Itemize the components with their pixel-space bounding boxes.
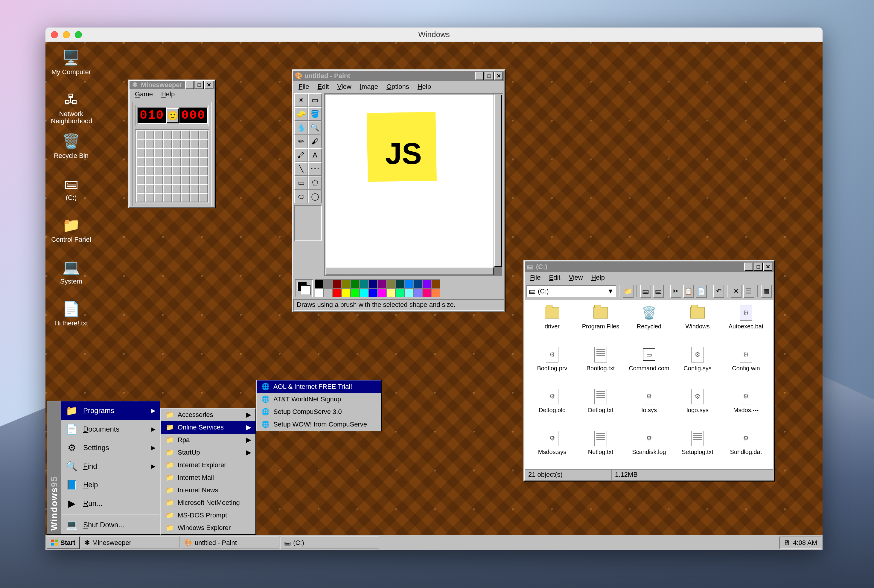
menu-options[interactable]: Options [382, 82, 413, 92]
minesweeper-cell[interactable] [154, 193, 163, 202]
programs-item[interactable]: 📁Accessories▶ [161, 408, 255, 421]
minesweeper-cell[interactable] [136, 140, 145, 148]
paint-tool[interactable]: ▭ [294, 176, 308, 190]
minesweeper-cell[interactable] [190, 148, 199, 158]
file-list[interactable]: driverProgram Files🗑️RecycledWindowsAuto… [525, 300, 774, 469]
start-item-programs[interactable]: 📁Programs▶ [61, 401, 160, 420]
palette-color[interactable] [405, 288, 413, 297]
minesweeper-cell[interactable] [190, 140, 199, 148]
maximize-button[interactable]: □ [754, 262, 763, 271]
win95-desktop[interactable]: 🖥️My Computer🖧Network Neighborhood🗑️Recy… [45, 42, 823, 550]
start-item-documents[interactable]: 📄Documents▶ [61, 420, 160, 438]
file-item[interactable]: Io.sys [626, 388, 672, 427]
minesweeper-cell[interactable] [181, 158, 190, 166]
start-button[interactable]: Start [46, 537, 79, 549]
file-item[interactable]: ▭Command.com [626, 346, 672, 385]
minesweeper-cell[interactable] [190, 130, 199, 140]
close-button[interactable]: ✕ [763, 262, 772, 271]
minesweeper-titlebar[interactable]: ✱ Minesweeper _ □ ✕ [129, 81, 214, 89]
palette-color[interactable] [351, 288, 360, 297]
minesweeper-cell[interactable] [145, 193, 154, 202]
minesweeper-cell[interactable] [154, 175, 163, 184]
view-large-button[interactable]: ▦ [761, 285, 772, 298]
minesweeper-grid[interactable] [136, 130, 208, 202]
palette-color[interactable] [369, 279, 378, 288]
minesweeper-cell[interactable] [172, 193, 181, 202]
minimize-button[interactable]: _ [744, 262, 753, 271]
minesweeper-cell[interactable] [136, 158, 145, 166]
file-item[interactable]: Bootlog.prv [529, 346, 575, 385]
file-item[interactable]: Setuplog.txt [675, 430, 720, 469]
minesweeper-window[interactable]: ✱ Minesweeper _ □ ✕ Game Help 010 [128, 80, 216, 208]
file-item[interactable]: Msdos.--- [723, 388, 769, 427]
palette-color[interactable] [342, 279, 351, 288]
online-service-item[interactable]: 🌐Setup CompuServe 3.0 [256, 405, 381, 418]
minesweeper-cell[interactable] [154, 130, 163, 140]
maximize-button[interactable]: □ [484, 72, 493, 80]
menu-view[interactable]: View [333, 82, 355, 92]
mac-minimize-button[interactable] [63, 31, 70, 38]
close-button[interactable]: ✕ [494, 72, 503, 80]
minesweeper-cell[interactable] [172, 166, 181, 175]
taskbar-task[interactable]: 🎨untitled - Paint [181, 537, 279, 549]
file-item[interactable]: Netlog.txt [578, 430, 623, 469]
palette-color[interactable] [324, 279, 333, 288]
palette-color[interactable] [422, 279, 431, 288]
paint-tool[interactable]: 💧 [294, 121, 308, 135]
explorer-window[interactable]: 🖴 (C:) _ □ ✕ FileEditViewHelp 🖴 (C:)▼ 📁 … [523, 260, 775, 482]
file-item[interactable]: logo.sys [675, 388, 720, 427]
minesweeper-cell[interactable] [163, 158, 172, 166]
start-item-help[interactable]: 📘Help [61, 476, 160, 494]
minesweeper-cell[interactable] [163, 130, 172, 140]
minesweeper-cell[interactable] [154, 140, 163, 148]
desktop-icon--c-[interactable]: 🖴(C:) [50, 174, 92, 202]
palette-color[interactable] [315, 279, 324, 288]
start-menu[interactable]: Windows95 📁Programs▶📄Documents▶⚙Settings… [46, 401, 160, 535]
minesweeper-cell[interactable] [190, 158, 199, 166]
cut-button[interactable]: ✂ [670, 285, 681, 298]
online-services-submenu[interactable]: 🌐AOL & Internet FREE Trial!🌐AT&T WorldNe… [256, 380, 382, 431]
minesweeper-cell[interactable] [199, 140, 208, 148]
paint-tool[interactable]: 🖍 [294, 148, 308, 162]
palette-color[interactable] [422, 288, 431, 297]
minesweeper-cell[interactable] [154, 166, 163, 175]
paint-tool[interactable]: ⬠ [308, 176, 322, 190]
palette-color[interactable] [369, 288, 378, 297]
programs-item[interactable]: 📁Internet News [161, 484, 255, 496]
mac-zoom-button[interactable] [75, 31, 82, 38]
minesweeper-cell[interactable] [172, 175, 181, 184]
minesweeper-cell[interactable] [154, 184, 163, 193]
paint-canvas[interactable]: JS [325, 94, 493, 267]
minesweeper-cell[interactable] [145, 175, 154, 184]
palette-color[interactable] [360, 279, 369, 288]
paint-window[interactable]: 🎨 untitled - Paint _ □ ✕ FileEditViewIma… [292, 69, 505, 312]
paint-tool[interactable]: ◯ [308, 190, 322, 203]
minesweeper-cell[interactable] [172, 148, 181, 158]
explorer-titlebar[interactable]: 🖴 (C:) _ □ ✕ [525, 261, 774, 272]
programs-item[interactable]: 📁MS-DOS Prompt [161, 509, 255, 522]
tray-icon[interactable]: 🖥 [783, 539, 790, 547]
paint-tool[interactable]: ✏ [294, 135, 308, 148]
minesweeper-cell[interactable] [145, 140, 154, 148]
menu-game[interactable]: Game [131, 89, 157, 99]
minesweeper-cell[interactable] [163, 166, 172, 175]
menu-help[interactable]: Help [157, 89, 179, 99]
minesweeper-cell[interactable] [190, 175, 199, 184]
palette-color[interactable] [315, 288, 324, 297]
paint-tool[interactable]: 🔍 [308, 121, 322, 135]
file-item[interactable]: Config.sys [675, 346, 720, 385]
minesweeper-cell[interactable] [181, 175, 190, 184]
color-picker[interactable] [295, 279, 313, 297]
minesweeper-cell[interactable] [181, 166, 190, 175]
programs-submenu[interactable]: 📁Accessories▶📁Online Services▶📁Rpa▶📁Star… [160, 408, 256, 535]
minesweeper-cell[interactable] [181, 148, 190, 158]
file-item[interactable]: Config.win [723, 346, 769, 385]
minesweeper-cell[interactable] [199, 184, 208, 193]
paint-tool[interactable]: ✴ [294, 93, 308, 107]
palette-color[interactable] [324, 288, 333, 297]
palette-color[interactable] [431, 279, 440, 288]
minesweeper-cell[interactable] [172, 140, 181, 148]
minesweeper-cell[interactable] [145, 184, 154, 193]
map-drive-button[interactable]: 🖴 [640, 285, 651, 298]
menu-edit[interactable]: Edit [545, 273, 564, 283]
